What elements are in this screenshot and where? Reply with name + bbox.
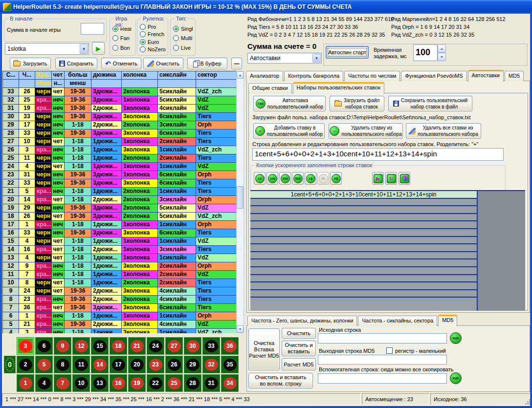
tab-автоставки[interactable]: Автоставки (468, 70, 504, 82)
md5-clear-paste-button[interactable]: Очистить и вставить (282, 341, 316, 356)
table-row[interactable]: 108чернчет1-181дюжи...2колонка2сиклайнTi… (3, 279, 236, 287)
buffer-button[interactable]: В буфер (187, 58, 227, 69)
table-row[interactable]: 2917черннеч1-182дюжи...2колонка3сиклайнO… (3, 121, 236, 129)
table-row[interactable]: 1633черннеч19-363дюжи...3колонка6сиклайн… (3, 229, 236, 237)
table-row[interactable]: 521кра...неч19-362дюжи...3колонка4сиклай… (3, 321, 236, 329)
scroll-down-icon[interactable]: ▼ (237, 325, 244, 333)
roulette-cell-33[interactable]: 33 (202, 337, 220, 355)
roulette-cell-18[interactable]: 18 (110, 337, 127, 355)
bets-list-empty-row[interactable] (250, 252, 477, 260)
table-row[interactable]: 2710чернчет1-181дюжи...1колонка2сиклайнT… (3, 138, 236, 146)
table-row[interactable]: 3326чернчет19-363дюжи...2колонка5сиклайн… (3, 88, 236, 96)
load-set-file-button[interactable]: Загрузить файл набора ставок (330, 96, 384, 111)
radio-bon[interactable]: Bon (112, 45, 133, 51)
chip-1d[interactable]: 1$ (305, 172, 316, 185)
collapse-button[interactable]: — (231, 58, 242, 69)
tab-общие-ставки[interactable]: Общие ставки (248, 83, 292, 93)
action-play-button[interactable]: ▶ (372, 172, 384, 185)
table-row[interactable]: 1929черннеч19-363дюжи...2колонка5сиклайн… (3, 204, 236, 213)
table-row[interactable]: 117кра...неч1-181дюжи...1колонка2сиклайн… (3, 271, 236, 279)
start-sum-input[interactable] (81, 23, 104, 35)
tab-анализатор[interactable]: Анализатор (246, 71, 283, 81)
roulette-cell-0[interactable]: 0 (4, 356, 16, 373)
roulette-cell-19[interactable]: 19 (128, 374, 146, 392)
roulette-cell-1[interactable]: 1 (17, 374, 34, 392)
add-bet-button[interactable]: + Добавить ставку в пользовательский наб… (253, 123, 325, 139)
spinner-down-icon[interactable]: ▼ (438, 53, 446, 61)
delay-input[interactable]: 100 (413, 44, 438, 61)
bet-edit-input[interactable]: 1cent+5+6+0+0+2+1+3+10cent+10+11+12+13+1… (252, 148, 504, 161)
remove-all-bets-button[interactable]: Удалить все ставки из пользовательского … (406, 123, 481, 139)
md5-clear-paste-aux-button[interactable]: Очистить и вставить во вспом. строку (248, 373, 313, 388)
table-row[interactable]: 61кра...неч1-181дюжи...1колонка1сиклайнO… (3, 312, 236, 321)
roulette-cell-11[interactable]: 11 (72, 356, 90, 373)
bets-list-item[interactable]: 1cent+5+6+0+0+2+1+3+10cent+10+11+12+13+1… (250, 191, 477, 199)
roulette-cell-35[interactable]: 35 (221, 356, 239, 373)
radio-singl[interactable]: Singl (173, 26, 193, 32)
md5-aux-icon[interactable]: МД5 (450, 372, 462, 384)
clear-button[interactable]: Очистить (143, 58, 183, 69)
roulette-cell-31[interactable]: 31 (202, 374, 220, 392)
md5-calc-button[interactable]: Расчет MD5 (282, 358, 316, 370)
load-button[interactable]: Загрузить (10, 58, 51, 69)
radio-nozero[interactable]: NoZero (140, 46, 166, 52)
table-row[interactable]: 215кра...неч1-181дюжи...2колонка1сиклайн… (3, 188, 236, 196)
tab-md5[interactable]: MD5 (438, 315, 457, 326)
table-row[interactable]: 736кра...чет19-363дюжи...3колонка6сиклай… (3, 304, 236, 312)
roulette-cell-24[interactable]: 24 (147, 337, 164, 355)
bets-list-empty-row[interactable] (250, 221, 477, 229)
scroll-up-icon[interactable]: ▲ (237, 71, 244, 79)
bets-list[interactable]: 1cent+5+6+0+0+2+1+3+10cent+10+11+12+13+1… (250, 190, 525, 311)
roulette-cell-29[interactable]: 29 (184, 356, 201, 373)
radio-multi[interactable]: Multi (173, 35, 193, 41)
table-row[interactable]: 2331черннеч19-363дюжи...1колонка6сиклайн… (3, 171, 236, 179)
tab-md5[interactable]: MD5 (505, 71, 524, 81)
roulette-cell-9[interactable]: 9 (54, 337, 71, 355)
chip-0d[interactable]: 0$ (330, 172, 342, 185)
roulette-cell-26[interactable]: 26 (165, 356, 183, 373)
roulette-cell-10[interactable]: 10 (72, 374, 90, 392)
bets-list-empty-row[interactable] (250, 267, 477, 275)
bets-list-empty-row[interactable] (250, 244, 477, 252)
chip-1c[interactable]: 1¢ (254, 172, 266, 185)
bets-list-empty-row[interactable] (250, 282, 477, 290)
bets-list-empty-row[interactable] (250, 229, 477, 237)
roulette-cell-22[interactable]: 22 (147, 374, 164, 392)
md5-clear-button[interactable]: Очистить (282, 328, 316, 339)
table-row[interactable]: 1826чернчет19-363дюжи...2колонка5сиклайн… (3, 213, 236, 221)
chip-10c[interactable]: 10¢ (266, 172, 278, 185)
bets-list-empty-row[interactable] (250, 290, 477, 298)
chip-50c[interactable]: 50¢ (292, 172, 304, 185)
table-row[interactable]: 171кра...неч1-181дюжи...1колонка1сиклайн… (3, 221, 236, 229)
roulette-cell-20[interactable]: 20 (128, 356, 146, 373)
table-row[interactable]: 2233черннеч19-363дюжи...3колонка6сиклайн… (3, 179, 236, 188)
radio-euro[interactable]: Euro (140, 39, 166, 45)
table-row[interactable]: 263кра...неч1-181дюжи...3колонка1сиклайн… (3, 146, 236, 154)
table-row[interactable]: 2511черннеч1-181дюжи...2колонка2сиклайнT… (3, 154, 236, 163)
tab-контроль-банкролла[interactable]: Контроль банкролла (284, 71, 343, 81)
save-button[interactable]: Сохранить (55, 58, 97, 69)
radio-french[interactable]: French (140, 31, 166, 37)
roulette-cell-34[interactable]: 34 (221, 374, 239, 392)
md5-case-checkbox[interactable] (386, 347, 393, 354)
table-row[interactable]: 1416кра...чет1-182дюжи...1колонка3сиклай… (3, 246, 236, 254)
history-table[interactable]: С...Ч...Кра...четбольшдюжинаколонкасиксл… (2, 71, 236, 333)
action-spin-button[interactable] (399, 172, 410, 185)
autospin-button[interactable]: Автоспин старт (326, 46, 369, 59)
roulette-cell-25[interactable]: 25 (165, 374, 183, 392)
tab-функционал-psevdoms[interactable]: Функционал PsevdoMS (401, 71, 466, 81)
md5-output-input[interactable] (318, 355, 447, 365)
bets-list-empty-row[interactable] (250, 199, 477, 207)
chip-25c[interactable]: 25¢ (279, 172, 291, 185)
radio-pro[interactable]: Pro (140, 24, 166, 30)
mode-combo[interactable]: Автоставки ▼ (247, 53, 322, 64)
bets-list-empty-row[interactable] (250, 275, 477, 283)
table-row[interactable]: 2833черннеч19-363дюжи...3колонка6сиклайн… (3, 129, 236, 138)
table-scrollbar[interactable]: ▲ ▼ (236, 71, 244, 333)
radio-live[interactable]: Live (173, 45, 193, 51)
scrollbar-thumb[interactable] (237, 186, 244, 209)
table-row[interactable]: 43кра...неч1-181дюжи...3колонка1сиклайнV… (3, 329, 236, 333)
tab-наборы-пользовательских-ставок[interactable]: Наборы пользовательских ставок (293, 82, 384, 94)
spinner-up-icon[interactable]: ▲ (438, 44, 446, 53)
table-row[interactable]: 924чернчет19-362дюжи...3колонка4сиклайнT… (3, 287, 236, 296)
